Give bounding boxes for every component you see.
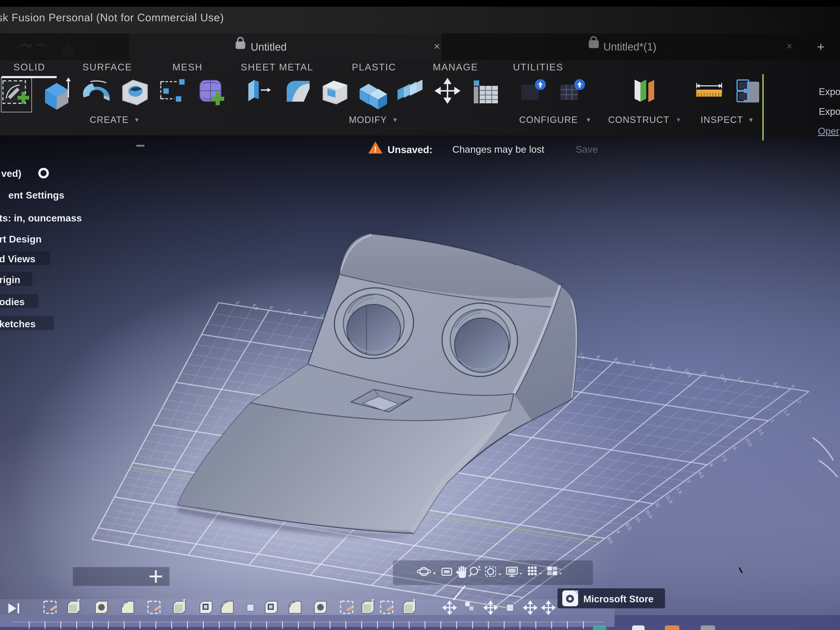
- svg-text:SHEET METAL: SHEET METAL: [241, 62, 313, 73]
- svg-text:6: 6: [268, 305, 275, 310]
- svg-text:PLASTIC: PLASTIC: [352, 62, 396, 73]
- svg-text:9.5: 9.5: [648, 362, 656, 371]
- svg-text:ved): ved): [1, 168, 22, 179]
- svg-text:3: 3: [755, 378, 760, 383]
- svg-text:4.5: 4.5: [251, 303, 259, 311]
- svg-text:0.5: 0.5: [757, 428, 765, 436]
- svg-text:INSPECT: INSPECT: [701, 115, 743, 125]
- svg-text:7.5: 7.5: [720, 454, 728, 463]
- svg-text:CONSTRUCT: CONSTRUCT: [608, 115, 669, 125]
- svg-text:×: ×: [786, 41, 792, 52]
- svg-text:Microsoft Store: Microsoft Store: [583, 594, 654, 605]
- svg-text:Oper: Oper: [818, 126, 839, 136]
- svg-text:4.5: 4.5: [697, 471, 705, 479]
- svg-text:9: 9: [630, 360, 636, 365]
- svg-text:ketches: ketches: [0, 318, 36, 329]
- svg-text:11.5: 11.5: [665, 494, 674, 504]
- svg-text:odies: odies: [0, 296, 25, 307]
- svg-text:d Views: d Views: [0, 253, 35, 264]
- svg-text:9.5: 9.5: [625, 523, 633, 531]
- svg-text:▾: ▾: [393, 115, 397, 123]
- svg-text:MESH: MESH: [172, 62, 203, 73]
- svg-text:7.5: 7.5: [578, 352, 586, 360]
- svg-text:▾: ▾: [135, 115, 139, 123]
- svg-text:8.5: 8.5: [606, 536, 614, 545]
- svg-text:8: 8: [595, 354, 602, 359]
- svg-text:SURFACE: SURFACE: [82, 62, 132, 73]
- svg-text:▾: ▾: [749, 115, 753, 123]
- svg-text:UTILITIES: UTILITIES: [513, 62, 563, 73]
- svg-text:▾: ▾: [587, 115, 590, 123]
- svg-text:CONFIGURE: CONFIGURE: [519, 115, 578, 125]
- svg-text:4.5: 4.5: [772, 381, 780, 389]
- svg-text:×: ×: [434, 40, 440, 52]
- svg-text:▾: ▾: [677, 115, 680, 123]
- svg-text:+: +: [817, 39, 824, 54]
- svg-text:9: 9: [302, 310, 308, 316]
- svg-text:1.5: 1.5: [675, 486, 683, 495]
- svg-text:7.5: 7.5: [285, 308, 293, 316]
- svg-text:6: 6: [790, 384, 796, 389]
- svg-text:Untitled: Untitled: [251, 41, 287, 53]
- svg-text:SOLID: SOLID: [13, 62, 45, 73]
- svg-text:ent Settings: ent Settings: [8, 189, 65, 201]
- svg-text:MODIFY: MODIFY: [349, 115, 387, 125]
- svg-text:10.5: 10.5: [744, 437, 754, 447]
- svg-text:1.5: 1.5: [783, 409, 791, 417]
- svg-text:MANAGE: MANAGE: [433, 62, 478, 73]
- svg-text:CREATE: CREATE: [90, 115, 128, 125]
- svg-text:ts: in, ouncemass: ts: in, ouncemass: [0, 213, 82, 224]
- svg-text:Untitled*(1): Untitled*(1): [603, 41, 657, 53]
- svg-text:rigin: rigin: [0, 274, 21, 285]
- svg-text:Expo: Expo: [819, 86, 840, 97]
- svg-text:10.5: 10.5: [644, 508, 654, 519]
- svg-text:Expo: Expo: [819, 106, 840, 117]
- svg-text:rt Design: rt Design: [0, 234, 42, 245]
- svg-text:8.5: 8.5: [613, 357, 621, 365]
- svg-text:1.5: 1.5: [737, 376, 745, 384]
- svg-text:3: 3: [235, 300, 241, 305]
